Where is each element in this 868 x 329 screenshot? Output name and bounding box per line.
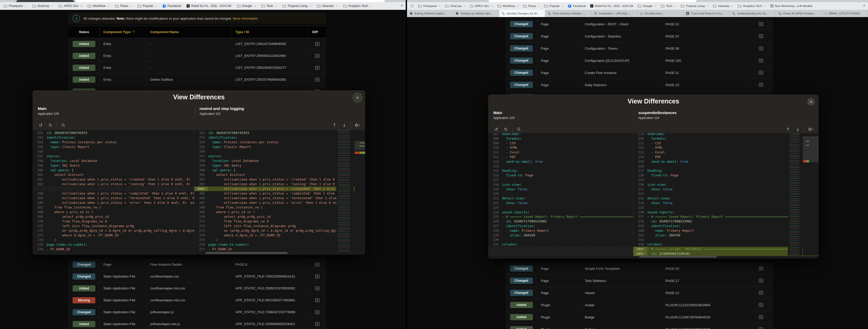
code-line[interactable]: 215heading: [488,168,633,173]
redo-icon[interactable]: ↻ [503,126,509,133]
browser-tab-installation-utplsql[interactable]: Installation - utPLSQL-... [591,10,638,17]
code-line[interactable]: 264 nvl(sum(case when i.prcs_status = 'c… [33,191,194,196]
code-line[interactable]: 220 [488,191,633,196]
code-line[interactable]: 255 type: Classic Report [33,144,194,149]
undo-icon[interactable]: ↺ [493,126,499,133]
bookmark-popular[interactable]: Popular [544,4,564,7]
prev-diff-icon[interactable]: ↑ [331,122,338,129]
address-bar-sliver[interactable] [75,0,385,2]
diff-icon[interactable] [749,267,773,271]
gear-icon[interactable]: ⚙▾ [353,122,362,129]
table-row[interactable]: MissingStatic Application Filecss/flows4… [68,294,326,306]
code-line[interactable]: 210 - HTML [488,145,633,150]
code-line[interactable]: 259 type: SQL Query [33,163,194,168]
table-row[interactable]: ChangedPageConfiguration - TimersPAGE:36 [506,43,773,55]
code-line[interactable]: 219 show: false [488,187,633,192]
code-line[interactable]: 263 nvl(sum(case when i.prcs_status = 'r… [33,182,194,187]
browser-tab-dbms-utility-form[interactable]: ○DBMS_UTILITY.FORM... [822,10,868,17]
code-line[interactable]: 262 nvl(sum(case when i.prcs_status = 'c… [33,177,194,182]
close-icon[interactable]: × [354,94,361,101]
table-row[interactable]: ChangedPageConfiguration [OLD,BACKUP]PAG… [506,55,773,67]
table-row[interactable]: AddedPluginBadgePLUGIN:11246739764804030 [506,311,773,323]
diff-icon[interactable] [309,54,326,58]
code-line[interactable]: 222 show: false [488,201,633,205]
diff-icon[interactable] [309,78,326,82]
browser-tab-flows-for-apex-enterp[interactable]: Flows for APEX Enterp... [776,10,822,17]
next-diff-icon[interactable]: ↓ [794,126,801,133]
table-row[interactable]: ChangedStatic Application Filejs/flows4a… [68,306,326,318]
code-line[interactable]: 272 on (prdg.prdg_dgrm_id = d.dgrm_id or… [33,228,194,233]
bookmark-tech[interactable]: Tech [261,4,277,8]
diff-icon[interactable] [309,66,326,70]
browser-tab-understanding-the-su[interactable]: Understanding the Su... [730,10,776,17]
bookmark-apex-dev[interactable]: APEX Dev [470,4,493,7]
code-line[interactable]: 273 where d.dgrm_id = :P7_DGRM_ID [33,233,194,238]
column-header-component-type[interactable]: Component Type [99,26,146,38]
bookmark-tech[interactable]: Tech [661,4,676,7]
diff-icon[interactable] [309,274,326,279]
diff-icon[interactable] [749,327,773,329]
table-row[interactable]: AddedStatic Application Filecss/flows4ap… [68,282,326,294]
bookmark-flowquest[interactable]: Flowquest [418,4,441,7]
code-line[interactable]: 231columns: [488,242,633,247]
code-line[interactable]: 207download: [488,133,633,136]
redo-icon[interactable]: ↻ [47,122,54,129]
bookmark-relief-for-fo-263-gov-uk[interactable]: ♔Relief for Fo...263) - GOV.UK [590,4,633,7]
diff-icon[interactable] [749,83,773,87]
diff-icon[interactable] [749,315,773,319]
undo-icon[interactable]: ↺ [37,122,44,129]
bookmark-google[interactable]: Google [638,4,656,7]
code-line[interactable]: 267 from flow_instances_vw i [33,205,194,210]
bookmark-flows[interactable]: Flows [523,4,540,7]
code-line[interactable]: 268 where i.prcs_id in ( [33,210,194,214]
table-row[interactable]: ChangedPageFlow Instance DetailsPAGE:8 [68,259,326,271]
search-icon[interactable] [60,122,67,129]
code-line[interactable]: 221detail-view: [488,196,633,201]
bookmark-flowquest[interactable]: Flowquest [4,4,27,8]
bookmark-tropical-living[interactable]: Tropical Living [282,4,311,8]
code-line[interactable]: 217 [488,178,633,182]
code-line[interactable]: 265 nvl(sum(case when i.prcs_status = 't… [33,196,194,200]
more-information-link[interactable]: More information [232,17,258,21]
code-line[interactable]: 228 name: Primary Report [488,228,633,233]
table-row[interactable]: AddedEntry-LIST_ENTRY:2591427849606592 [68,38,326,50]
bookmark-popular[interactable]: Popular [137,4,157,8]
code-line[interactable]: 213 send-as-email: true [488,159,633,164]
code-line[interactable]: 226 id: 35495717996525982 [488,219,633,224]
table-row[interactable]: ChangedPageViewerPAGE:12 [506,287,773,299]
table-row[interactable]: ChangedStatic Application Filecss/flows4… [68,271,326,282]
code-line[interactable]: 260 sql-query: | [33,168,194,172]
code-line[interactable]: 224saved-reports: [488,210,633,215]
bookmarks-overflow-icon[interactable]: » [401,3,403,8]
diff-icon[interactable] [749,46,773,50]
table-row[interactable]: ChangedPageConfiguration - StatisticsPAG… [506,30,773,43]
diff-icon[interactable] [749,34,773,38]
search-icon[interactable] [516,126,522,133]
browser-tab-identify-changes-for-m[interactable]: Identify Changes for M... [499,10,545,17]
table-row[interactable]: ChangedPageDaily StatisticsPAGE:15 [506,79,773,91]
diff-icon[interactable] [309,263,326,267]
code-line[interactable]: 225- # ====== Saved Report: Primary Repo… [488,214,633,219]
table-row[interactable]: ChangedPageTask StatisticsPAGE:17 [506,275,773,287]
bookmark-facebook[interactable]: fFacebook [162,4,181,8]
code-line[interactable]: 252id: 36450747308745933 [33,131,194,135]
browser-tab-flow-instance-details[interactable]: Flow Instance Details -... [545,10,591,17]
code-line[interactable]: 274 ) [33,238,194,242]
diff-pane-left[interactable]: 252id: 36450747308745933253identificatio… [33,130,194,255]
diff-icon[interactable] [309,298,326,302]
bookmark-facebook[interactable]: fFacebook [568,4,586,8]
table-row[interactable]: ChangedPageCreate Flow InstancePAGE:11 [506,67,773,79]
code-line[interactable]: 208 formats: [488,136,633,141]
code-line[interactable]: 218icon-view: [488,182,633,187]
address-bar-sliver[interactable] [488,0,696,2]
minimap[interactable] [336,130,353,252]
diff-icon[interactable] [749,58,773,62]
tab-groups-grid-icon[interactable] [411,4,414,7]
bookmark-google[interactable]: Google [237,4,256,8]
code-line[interactable]: 209 - CSV [488,141,633,146]
bookmarks-overflow-icon[interactable]: » [863,3,865,8]
bookmark-tropical-living[interactable]: Tropical Living [681,4,709,7]
diff-pane-left[interactable]: 207download:208 formats:209 - CSV210 - H… [488,133,633,259]
overview-ruler[interactable] [354,130,365,252]
table-row[interactable]: ChangedPageSimple Form TemplatesPAGE:50 [506,263,773,275]
